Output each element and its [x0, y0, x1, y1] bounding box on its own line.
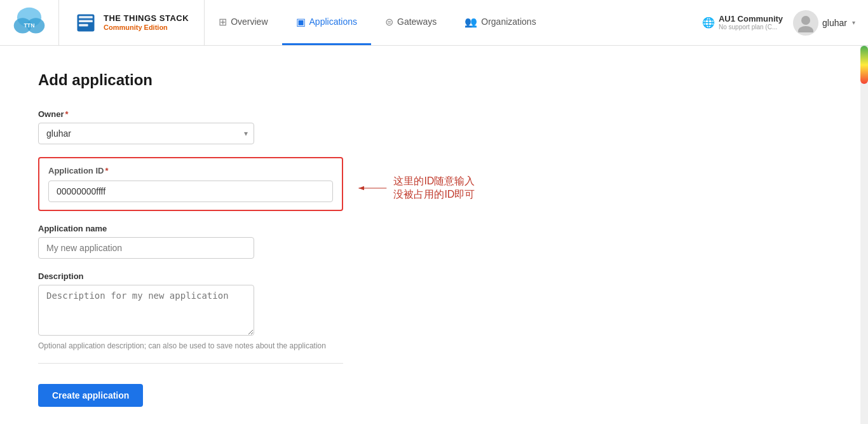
annotation-text: 这里的ID随意输入没被占用的ID即可 — [393, 175, 483, 202]
form-divider — [38, 363, 343, 364]
annotation-arrow-svg — [356, 179, 387, 197]
brand-area: THE THINGS STACK Community Edition — [59, 0, 205, 45]
community-sub: No support plan (C... — [719, 24, 783, 31]
create-application-button[interactable]: Create application — [38, 384, 143, 407]
annotation-callout: 这里的ID随意输入没被占用的ID即可 — [356, 175, 483, 202]
app-name-label: Application name — [38, 224, 407, 233]
app-id-annotation-wrapper: Application ID* 这里的ID随意输入没被占用的ID即可 — [38, 157, 483, 211]
logo-area: TTN — [0, 0, 59, 45]
user-menu-chevron-icon: ▾ — [852, 19, 855, 26]
globe-icon: 🌐 — [702, 17, 715, 29]
avatar — [793, 10, 818, 36]
owner-required-star: * — [65, 109, 68, 119]
brand-text: THE THINGS STACK Community Edition — [104, 13, 189, 32]
svg-point-8 — [801, 16, 810, 25]
overview-icon: ⊞ — [219, 16, 227, 28]
ttn-logo-icon: TTN — [13, 6, 46, 39]
app-name-input[interactable] — [38, 237, 254, 259]
owner-label: Owner* — [38, 109, 407, 119]
community-button[interactable]: 🌐 AU1 Community No support plan (C... — [702, 14, 783, 32]
organizations-icon: 👥 — [465, 16, 477, 28]
nav-label-organizations: Organizations — [481, 17, 536, 27]
app-name-field-group: Application name — [38, 224, 407, 259]
main-nav: ⊞ Overview ▣ Applications ⊜ Gateways 👥 O… — [205, 0, 689, 45]
user-menu[interactable]: gluhar ▾ — [793, 10, 855, 36]
svg-point-9 — [798, 26, 813, 32]
app-id-section: Application ID* — [38, 157, 343, 211]
page-title: Add application — [38, 71, 407, 89]
brand-name: THE THINGS STACK — [104, 13, 189, 24]
description-label: Description — [38, 271, 407, 281]
right-area: 🌐 AU1 Community No support plan (C... gl… — [689, 0, 868, 45]
main-content: Add application Owner* gluhar ▾ Applicat… — [0, 46, 445, 424]
nav-item-overview[interactable]: ⊞ Overview — [205, 0, 281, 45]
owner-select-wrapper: gluhar ▾ — [38, 123, 254, 144]
nav-label-applications: Applications — [309, 17, 358, 27]
svg-rect-7 — [79, 24, 88, 26]
brand-sub: Community Edition — [104, 24, 189, 32]
app-id-required-star: * — [105, 166, 108, 175]
nav-item-gateways[interactable]: ⊜ Gateways — [371, 0, 451, 45]
description-field-group: Description Optional application descrip… — [38, 271, 407, 350]
brand-book-icon — [74, 11, 97, 34]
username-label: gluhar — [822, 18, 847, 28]
svg-rect-6 — [79, 20, 93, 22]
scrollbar-thumb — [860, 46, 868, 84]
nav-item-organizations[interactable]: 👥 Organizations — [451, 0, 550, 45]
nav-item-applications[interactable]: ▣ Applications — [282, 0, 372, 45]
avatar-icon — [796, 13, 815, 32]
scrollbar[interactable] — [860, 46, 868, 424]
description-hint: Optional application description; can al… — [38, 341, 407, 350]
svg-rect-5 — [79, 16, 93, 18]
owner-field-group: Owner* gluhar ▾ — [38, 109, 407, 144]
description-textarea[interactable] — [38, 285, 254, 336]
nav-label-gateways: Gateways — [397, 17, 437, 27]
owner-select[interactable]: gluhar — [38, 123, 254, 144]
header: TTN THE THINGS STACK Community Edition ⊞… — [0, 0, 868, 46]
svg-text:TTN: TTN — [24, 22, 35, 28]
applications-icon: ▣ — [296, 16, 306, 28]
community-text: AU1 Community No support plan (C... — [719, 14, 783, 32]
app-id-input[interactable] — [48, 181, 333, 202]
nav-label-overview: Overview — [231, 17, 268, 27]
app-id-label: Application ID* — [48, 166, 333, 175]
gateways-icon: ⊜ — [385, 16, 393, 28]
community-main: AU1 Community — [719, 14, 783, 24]
